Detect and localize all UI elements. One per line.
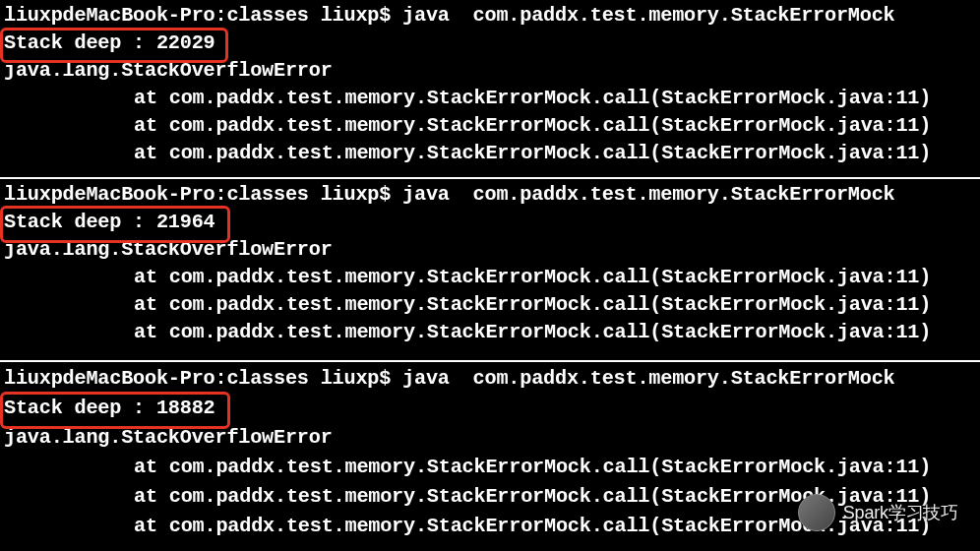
terminal-panel-3: liuxpdeMacBook-Pro:classes liuxp$ java c… (0, 360, 980, 551)
stack-depth: Stack deep : 22029 (4, 30, 976, 57)
stack-trace-line: at com.paddx.test.memory.StackErrorMock.… (4, 512, 976, 541)
stack-trace-line: at com.paddx.test.memory.StackErrorMock.… (4, 85, 976, 112)
stack-trace-line: at com.paddx.test.memory.StackErrorMock.… (4, 319, 976, 346)
stack-trace-line: at com.paddx.test.memory.StackErrorMock.… (4, 140, 976, 167)
stack-depth: Stack deep : 21964 (4, 209, 976, 236)
stack-trace-line: at com.paddx.test.memory.StackErrorMock.… (4, 112, 976, 140)
stack-trace-line: at com.paddx.test.memory.StackErrorMock.… (4, 264, 976, 291)
stack-trace-line: at com.paddx.test.memory.StackErrorMock.… (4, 291, 976, 319)
stack-trace-line: at com.paddx.test.memory.StackErrorMock.… (4, 453, 976, 482)
error-line: java.lang.StackOverflowError (4, 236, 976, 264)
error-line: java.lang.StackOverflowError (4, 423, 976, 453)
stack-trace-line: at com.paddx.test.memory.StackErrorMock.… (4, 482, 976, 512)
terminal-prompt: liuxpdeMacBook-Pro:classes liuxp$ java c… (4, 181, 976, 209)
terminal-prompt: liuxpdeMacBook-Pro:classes liuxp$ java c… (4, 364, 976, 394)
error-line: java.lang.StackOverflowError (4, 57, 976, 85)
stack-depth: Stack deep : 18882 (4, 394, 976, 423)
terminal-panel-1: liuxpdeMacBook-Pro:classes liuxp$ java c… (0, 0, 980, 177)
terminal-prompt: liuxpdeMacBook-Pro:classes liuxp$ java c… (4, 2, 976, 30)
terminal-screenshot: liuxpdeMacBook-Pro:classes liuxp$ java c… (0, 0, 980, 551)
terminal-panel-2: liuxpdeMacBook-Pro:classes liuxp$ java c… (0, 177, 980, 360)
